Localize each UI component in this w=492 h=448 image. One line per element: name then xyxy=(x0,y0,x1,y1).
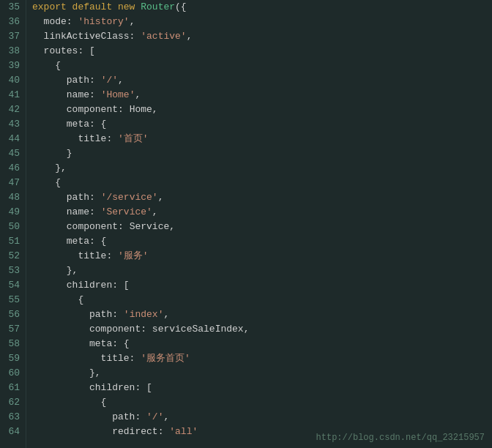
token: }, xyxy=(32,163,67,173)
token: title: xyxy=(32,353,141,364)
token: }, xyxy=(32,265,78,276)
token: routes: [ xyxy=(32,45,95,56)
token: meta: { xyxy=(32,338,130,349)
token: title: xyxy=(32,133,118,144)
token: meta: { xyxy=(32,236,106,247)
token: , xyxy=(163,411,169,422)
line-number: 55 xyxy=(0,293,20,307)
code-line: title: '服务' xyxy=(32,249,492,264)
token: export default new xyxy=(32,1,141,12)
token: component: xyxy=(32,104,130,115)
token: 'index' xyxy=(124,309,164,320)
line-number: 44 xyxy=(0,132,20,146)
line-number: 35 xyxy=(0,0,20,15)
code-line: meta: { xyxy=(32,337,492,351)
code-line: { xyxy=(32,176,492,190)
token: '/' xyxy=(101,75,118,86)
line-number: 61 xyxy=(0,381,20,395)
token: , xyxy=(118,75,124,86)
token: ({ xyxy=(175,1,187,12)
line-number: 63 xyxy=(0,410,20,425)
token: , xyxy=(187,31,193,42)
token: meta: { xyxy=(32,119,106,130)
code-line: meta: { xyxy=(32,117,492,132)
token: children: [ xyxy=(32,280,130,291)
token: component: xyxy=(32,221,130,232)
token: path: xyxy=(32,309,124,320)
code-editor: 3536373839404142434445464748495051525354… xyxy=(0,0,492,448)
code-line: children: [ xyxy=(32,278,492,293)
token: Service xyxy=(130,221,170,232)
code-line: meta: { xyxy=(32,234,492,249)
code-line: path: '/', xyxy=(32,410,492,425)
token: , xyxy=(163,309,169,320)
code-line: title: '首页' xyxy=(32,132,492,146)
token: serviceSaleIndex xyxy=(152,324,244,335)
token: { xyxy=(32,177,61,188)
line-number: 56 xyxy=(0,307,20,322)
line-number: 43 xyxy=(0,117,20,132)
token: 'history' xyxy=(78,16,129,27)
line-number: 47 xyxy=(0,176,20,190)
code-line: }, xyxy=(32,366,492,381)
line-number: 58 xyxy=(0,337,20,351)
line-number: 62 xyxy=(0,395,20,410)
line-number: 42 xyxy=(0,102,20,117)
token: Home xyxy=(130,104,152,115)
line-number: 59 xyxy=(0,351,20,366)
token: name: xyxy=(32,206,101,217)
token: 'Service' xyxy=(101,206,152,217)
code-line: component: Service, xyxy=(32,220,492,234)
token: , xyxy=(130,16,135,27)
line-number: 64 xyxy=(0,425,20,439)
line-number: 60 xyxy=(0,366,20,381)
code-line: component: Home, xyxy=(32,102,492,117)
token: { xyxy=(32,294,83,305)
code-line: path: 'index', xyxy=(32,307,492,322)
token: title: xyxy=(32,250,118,261)
line-number: 48 xyxy=(0,190,20,205)
line-number: 50 xyxy=(0,220,20,234)
code-line: path: '/service', xyxy=(32,190,492,205)
line-number: 49 xyxy=(0,205,20,220)
token: component: xyxy=(32,324,152,335)
token: children: [ xyxy=(32,382,152,393)
token: linkActiveClass: xyxy=(32,31,141,42)
token: mode: xyxy=(32,16,78,27)
token: path: xyxy=(32,192,101,203)
code-line: component: serviceSaleIndex, xyxy=(32,322,492,337)
token: '/' xyxy=(146,411,163,422)
code-line: { xyxy=(32,395,492,410)
token: path: xyxy=(32,411,146,422)
code-line: path: '/', xyxy=(32,73,492,88)
token: '服务' xyxy=(118,250,149,261)
code-line: { xyxy=(32,293,492,307)
token: path: xyxy=(32,75,101,86)
token: '/service' xyxy=(101,192,158,203)
line-number: 39 xyxy=(0,59,20,73)
code-line: name: 'Home', xyxy=(32,88,492,102)
code-line: mode: 'history', xyxy=(32,15,492,29)
token: } xyxy=(32,148,72,159)
code-line: }, xyxy=(32,264,492,278)
line-number: 38 xyxy=(0,44,20,59)
token: 'Home' xyxy=(101,89,135,100)
line-number: 52 xyxy=(0,249,20,264)
token: , xyxy=(135,89,141,100)
line-number: 41 xyxy=(0,88,20,102)
line-number: 57 xyxy=(0,322,20,337)
token: name: xyxy=(32,89,101,100)
line-number: 37 xyxy=(0,29,20,44)
token: 'all' xyxy=(169,426,198,437)
token: , xyxy=(169,221,175,232)
code-line: routes: [ xyxy=(32,44,492,59)
code-line: { xyxy=(32,59,492,73)
line-number: 51 xyxy=(0,234,20,249)
code-content: export default new Router({ mode: 'histo… xyxy=(26,0,492,448)
token: , xyxy=(244,324,250,335)
token: { xyxy=(32,60,61,71)
token: }, xyxy=(32,367,101,378)
line-number: 40 xyxy=(0,73,20,88)
token: , xyxy=(152,104,158,115)
token: , xyxy=(152,206,158,217)
